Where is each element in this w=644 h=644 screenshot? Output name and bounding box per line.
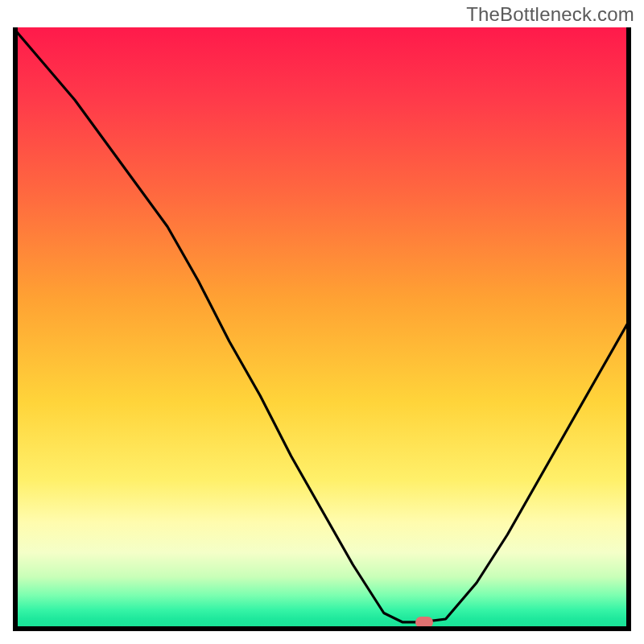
chart-frame <box>13 27 631 631</box>
curve-layer <box>13 27 631 631</box>
axis-left <box>13 27 18 631</box>
watermark-text: TheBottleneck.com <box>466 3 634 26</box>
axis-bottom <box>13 626 631 631</box>
axis-right <box>626 27 631 631</box>
bottleneck-curve <box>13 27 631 622</box>
